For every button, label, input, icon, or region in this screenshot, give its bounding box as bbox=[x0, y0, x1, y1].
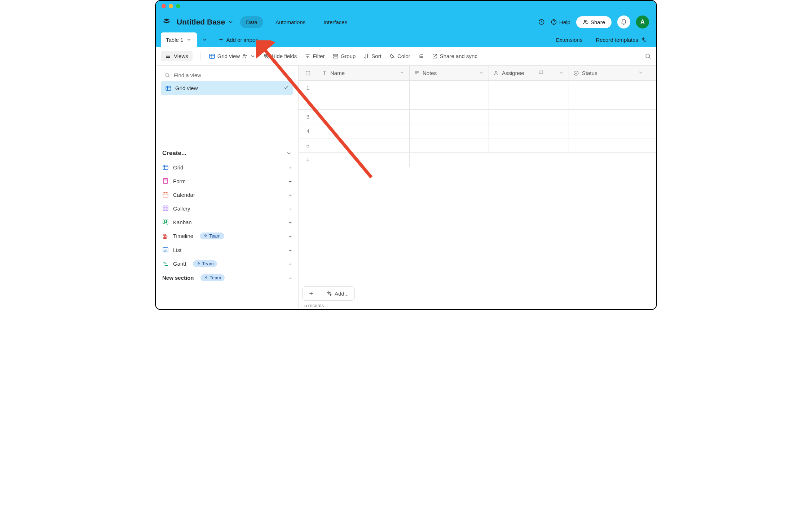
add-row-cell[interactable] bbox=[317, 153, 410, 167]
group-button[interactable]: Group bbox=[333, 53, 356, 59]
row-number[interactable]: 2 bbox=[299, 95, 317, 109]
row-number[interactable]: 3 bbox=[299, 110, 317, 124]
cell-status[interactable] bbox=[569, 110, 648, 124]
cell-notes[interactable] bbox=[410, 95, 489, 109]
help-button[interactable]: Help bbox=[551, 19, 570, 25]
row-number[interactable]: 5 bbox=[299, 138, 317, 152]
find-view-input[interactable] bbox=[161, 69, 293, 81]
chevron-down-icon bbox=[638, 70, 644, 76]
hide-fields-button[interactable]: Hide fields bbox=[264, 53, 297, 59]
cell-name[interactable] bbox=[317, 81, 410, 95]
extensions-label: Extensions bbox=[556, 37, 582, 43]
grid-row[interactable]: 4 bbox=[299, 124, 656, 138]
window-minimize-icon[interactable] bbox=[169, 4, 173, 8]
cell-name[interactable] bbox=[317, 124, 410, 138]
create-gantt-view[interactable]: Gantt Team + bbox=[161, 257, 293, 271]
svg-rect-38 bbox=[163, 193, 168, 197]
sort-button[interactable]: Sort bbox=[363, 53, 381, 59]
cell-notes[interactable] bbox=[410, 124, 489, 138]
cell-assignee[interactable] bbox=[489, 95, 569, 109]
notifications-button[interactable] bbox=[617, 16, 630, 28]
create-gallery-view[interactable]: Gallery + bbox=[161, 202, 293, 215]
create-calendar-view[interactable]: Calendar + bbox=[161, 188, 293, 202]
history-button[interactable] bbox=[538, 19, 545, 25]
base-title[interactable]: Untitled Base bbox=[177, 18, 234, 26]
color-button[interactable]: Color bbox=[389, 53, 410, 59]
create-section-header[interactable]: Create... bbox=[161, 146, 293, 160]
cell-notes[interactable] bbox=[410, 81, 489, 95]
current-view-button[interactable]: Grid view bbox=[209, 53, 256, 59]
cell-assignee[interactable] bbox=[489, 81, 569, 95]
find-view-field[interactable] bbox=[174, 72, 290, 78]
add-row-button[interactable] bbox=[299, 153, 656, 167]
nav-tab-automations[interactable]: Automations bbox=[270, 16, 311, 28]
views-list-grid-view[interactable]: Grid view bbox=[161, 81, 293, 95]
cell-status[interactable] bbox=[569, 95, 648, 109]
cell-name[interactable] bbox=[317, 110, 410, 124]
row-number[interactable]: 1 bbox=[299, 81, 317, 95]
cell-status[interactable] bbox=[569, 81, 648, 95]
views-button[interactable]: Views bbox=[161, 51, 193, 61]
cell-assignee[interactable] bbox=[489, 124, 569, 138]
add-record-button[interactable] bbox=[303, 287, 320, 300]
create-new-section[interactable]: New section Team + bbox=[161, 271, 293, 285]
create-form-view[interactable]: Form + bbox=[161, 174, 293, 188]
share-sync-button[interactable]: Share and sync bbox=[432, 53, 477, 59]
menu-icon bbox=[165, 53, 171, 59]
cell-name[interactable] bbox=[317, 138, 410, 152]
user-avatar[interactable]: A bbox=[636, 16, 649, 28]
add-or-import-button[interactable]: Add or import bbox=[213, 32, 264, 47]
search-button[interactable] bbox=[645, 53, 651, 59]
create-list-view[interactable]: List + bbox=[161, 243, 293, 257]
cell-assignee[interactable] bbox=[489, 138, 569, 152]
grid-row[interactable]: 3 bbox=[299, 110, 656, 124]
create-timeline-view[interactable]: Timeline Team + bbox=[161, 229, 293, 243]
column-header-status[interactable]: Status bbox=[569, 66, 648, 80]
add-row-cell[interactable] bbox=[410, 153, 656, 167]
create-new-section-label: New section bbox=[162, 275, 194, 281]
nav-tab-interfaces[interactable]: Interfaces bbox=[318, 16, 353, 28]
grid-row[interactable]: 2 bbox=[299, 95, 656, 110]
column-header-assignee[interactable]: Assignee bbox=[489, 66, 569, 80]
table-tab-menu-button[interactable] bbox=[197, 32, 213, 47]
cell-assignee[interactable] bbox=[489, 110, 569, 124]
window-zoom-icon[interactable] bbox=[176, 4, 180, 8]
cell-notes[interactable] bbox=[410, 110, 489, 124]
grid-row[interactable]: 5 bbox=[299, 138, 656, 153]
record-templates-label: Record templates bbox=[596, 37, 638, 43]
svg-rect-49 bbox=[163, 234, 166, 235]
record-count: 5 records bbox=[302, 303, 324, 308]
row-number[interactable]: 4 bbox=[299, 124, 317, 138]
cell-name[interactable] bbox=[317, 95, 410, 109]
grid-row[interactable]: 1 bbox=[299, 81, 656, 95]
column-header-notes[interactable]: Notes bbox=[410, 66, 489, 80]
window-close-icon[interactable] bbox=[162, 4, 166, 8]
chevron-down-icon bbox=[559, 70, 564, 76]
nav-tab-data[interactable]: Data bbox=[240, 16, 263, 28]
cell-status[interactable] bbox=[569, 124, 648, 138]
filter-icon bbox=[305, 53, 310, 59]
column-header-name[interactable]: Name bbox=[317, 66, 410, 80]
filter-button[interactable]: Filter bbox=[305, 53, 325, 59]
record-templates-button[interactable]: Record templates bbox=[589, 32, 653, 47]
sparkle-icon bbox=[326, 291, 332, 296]
row-height-button[interactable] bbox=[418, 53, 424, 59]
create-form-label: Form bbox=[173, 178, 186, 184]
create-grid-view[interactable]: Grid + bbox=[161, 160, 293, 174]
create-list-label: List bbox=[173, 247, 181, 253]
table-tab-1[interactable]: Table 1 bbox=[161, 32, 197, 47]
create-kanban-view[interactable]: Kanban + bbox=[161, 215, 293, 229]
bell-icon bbox=[621, 19, 627, 25]
cell-notes[interactable] bbox=[410, 138, 489, 152]
status-icon bbox=[573, 70, 579, 76]
svg-point-63 bbox=[495, 71, 497, 73]
paint-bucket-icon bbox=[389, 53, 395, 59]
extensions-button[interactable]: Extensions bbox=[550, 32, 589, 47]
share-button[interactable]: Share bbox=[576, 16, 612, 28]
cell-status[interactable] bbox=[569, 138, 648, 152]
header-bar: Untitled Base Data Automations Interface… bbox=[156, 12, 656, 32]
select-all-checkbox[interactable] bbox=[299, 66, 317, 80]
plus-icon: + bbox=[288, 247, 292, 253]
add-menu-button[interactable]: Add... bbox=[320, 287, 354, 300]
history-icon bbox=[538, 19, 545, 25]
